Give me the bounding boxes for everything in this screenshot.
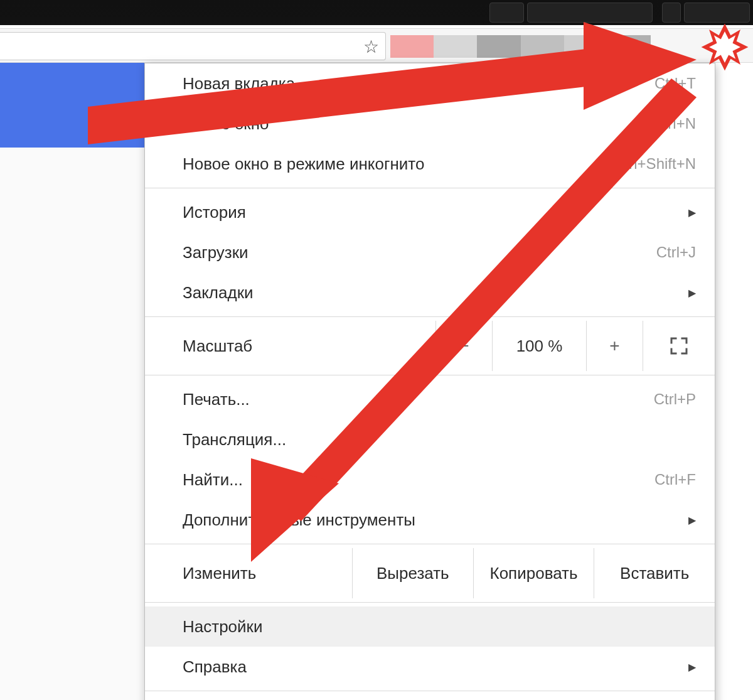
- menu-separator: [145, 375, 715, 375]
- omnibox[interactable]: ☆: [0, 32, 386, 60]
- menu-separator: [145, 544, 715, 544]
- bookmark-star-icon[interactable]: ☆: [363, 36, 379, 57]
- fullscreen-button[interactable]: [643, 321, 715, 371]
- chrome-main-menu: Новая вкладка Ctrl+T Новое окно Ctrl+N Н…: [144, 63, 715, 700]
- zoom-in-button[interactable]: +: [586, 321, 643, 371]
- menu-item-bookmarks[interactable]: Закладки ▶: [145, 272, 715, 313]
- menu-item-label: Новое окно в режиме инкогнито: [183, 154, 424, 174]
- menu-item-label: Новая вкладка: [183, 74, 295, 94]
- edit-copy-button[interactable]: Копировать: [473, 548, 594, 598]
- os-segment: [662, 3, 681, 23]
- svg-point-0: [724, 38, 727, 42]
- menu-item-label: Загрузки: [183, 243, 248, 262]
- edit-cut-button[interactable]: Вырезать: [352, 548, 473, 598]
- extension-icon[interactable]: [564, 35, 607, 58]
- extension-icon[interactable]: [521, 35, 564, 58]
- extension-icon[interactable]: [390, 35, 434, 58]
- menu-item-label: Настройки: [183, 617, 263, 637]
- menu-separator: [145, 316, 715, 317]
- menu-item-help[interactable]: Справка ▶: [145, 647, 715, 687]
- menu-item-print[interactable]: Печать... Ctrl+P: [145, 379, 715, 419]
- menu-item-label: Трансляция...: [183, 430, 286, 450]
- menu-item-edit: Изменить Вырезать Копировать Вставить: [145, 548, 715, 598]
- menu-item-new-tab[interactable]: Новая вкладка Ctrl+T: [145, 63, 715, 104]
- menu-item-shortcut: Ctrl+Shift+N: [614, 155, 696, 173]
- menu-separator: [145, 188, 715, 188]
- menu-item-label: История: [183, 203, 246, 222]
- menu-item-find[interactable]: Найти... Ctrl+F: [145, 460, 715, 500]
- menu-item-label: Новое окно: [183, 114, 269, 134]
- extension-icon[interactable]: [607, 35, 651, 58]
- os-segment: [527, 3, 653, 23]
- menu-item-shortcut: Ctrl+F: [654, 471, 696, 488]
- menu-item-new-window[interactable]: Новое окно Ctrl+N: [145, 104, 715, 144]
- svg-point-1: [724, 45, 727, 48]
- menu-item-shortcut: Ctrl+T: [654, 75, 696, 92]
- page-body: [0, 148, 144, 700]
- chrome-menu-button[interactable]: [713, 34, 738, 59]
- menu-item-incognito[interactable]: Новое окно в режиме инкогнито Ctrl+Shift…: [145, 144, 715, 184]
- menu-item-label: Найти...: [183, 470, 243, 490]
- menu-item-shortcut: Ctrl+N: [653, 115, 696, 132]
- menu-item-settings[interactable]: Настройки: [145, 606, 715, 647]
- os-segment: [489, 3, 524, 23]
- svg-point-2: [724, 51, 727, 55]
- fullscreen-icon: [670, 337, 688, 355]
- submenu-arrow-icon: ▶: [688, 287, 696, 299]
- edit-paste-button[interactable]: Вставить: [594, 548, 715, 598]
- extension-icon[interactable]: [477, 35, 520, 58]
- os-titlebar: [0, 0, 753, 25]
- menu-item-zoom: Масштаб − 100 % +: [145, 321, 715, 371]
- submenu-arrow-icon: ▶: [688, 514, 696, 526]
- menu-item-shortcut: Ctrl+P: [654, 390, 696, 408]
- os-segment: [684, 3, 750, 23]
- submenu-arrow-icon: ▶: [688, 207, 696, 218]
- menu-item-label: Справка: [183, 657, 247, 677]
- extension-icon[interactable]: [434, 35, 477, 58]
- submenu-arrow-icon: ▶: [688, 661, 696, 673]
- menu-item-label: Дополнительные инструменты: [183, 510, 415, 530]
- page-header-blue: [0, 63, 144, 148]
- menu-item-exit[interactable]: Выход Ctrl+Shift+Q: [145, 695, 715, 700]
- menu-item-label: Закладки: [183, 283, 254, 303]
- menu-item-downloads[interactable]: Загрузки Ctrl+J: [145, 232, 715, 272]
- menu-item-cast[interactable]: Трансляция...: [145, 419, 715, 460]
- menu-separator: [145, 691, 715, 691]
- browser-toolbar: ☆: [0, 28, 753, 63]
- menu-separator: [145, 602, 715, 603]
- edit-label: Изменить: [145, 564, 352, 583]
- zoom-label: Масштаб: [183, 337, 435, 356]
- zoom-out-button[interactable]: −: [435, 321, 492, 371]
- menu-item-label: Печать...: [183, 390, 250, 409]
- menu-item-more-tools[interactable]: Дополнительные инструменты ▶: [145, 500, 715, 540]
- menu-item-history[interactable]: История ▶: [145, 192, 715, 232]
- menu-item-shortcut: Ctrl+J: [656, 244, 696, 261]
- zoom-value: 100 %: [492, 321, 586, 371]
- extensions-strip: [390, 35, 651, 58]
